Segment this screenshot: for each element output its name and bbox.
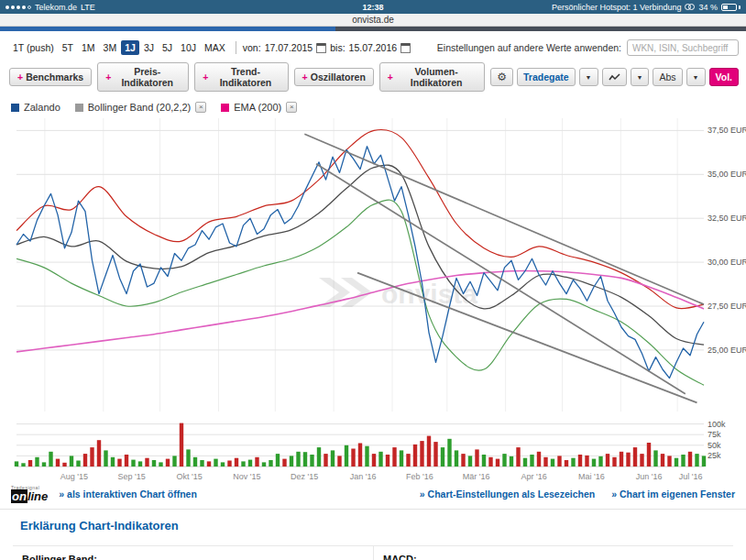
open-chart-window-link[interactable]: » Chart im eigenen Fenster	[611, 489, 735, 500]
price-axis-label: 37,50 EUR	[708, 126, 746, 135]
bollinger-upper-line	[16, 129, 704, 308]
apply-settings-group: Einstellungen auf andere Werte anwenden:	[437, 39, 739, 56]
indicator-toolbar: +Benchmarks+Preis-Indikatoren+Trend-Indi…	[0, 59, 746, 95]
range-button-3m[interactable]: 3M	[100, 40, 121, 55]
chevron-down-icon: ▼	[693, 74, 699, 81]
add-benchmarks-button[interactable]: +Benchmarks	[9, 68, 92, 86]
bis-label: bis:	[330, 42, 345, 53]
time-range-group: 1T (push)5T1M3M1J3J5J10JMAX	[9, 40, 229, 55]
add-oszillatoren-button[interactable]: +Oszillatoren	[294, 68, 374, 86]
page-load-progress	[0, 27, 746, 31]
bollinger-lower-line	[16, 200, 704, 385]
plus-icon: +	[203, 71, 208, 82]
month-axis-label: Feb '16	[406, 472, 433, 481]
chevron-down-icon: ▼	[586, 74, 592, 81]
month-axis-label: Jul '16	[679, 472, 703, 481]
range-button-1t-push[interactable]: 1T (push)	[9, 40, 58, 55]
range-button-3j[interactable]: 3J	[140, 40, 158, 55]
volume-axis-label: 25k	[708, 451, 721, 460]
von-label: von:	[243, 42, 261, 53]
plus-icon: +	[302, 71, 308, 82]
month-axis-label: Apr '16	[521, 472, 546, 481]
remove-indicator-button[interactable]: ×	[195, 102, 206, 113]
bollinger-explanation-label: Bollinger Band:	[13, 545, 373, 560]
add-preis-indikatoren-button[interactable]: +Preis-Indikatoren	[97, 62, 189, 92]
month-axis-label: Mär '16	[463, 472, 490, 481]
explanation-panel: Bollinger Band: MACD:	[13, 545, 733, 560]
range-button-1j[interactable]: 1J	[121, 40, 139, 55]
chart-type-dropdown-button[interactable]: ▼	[631, 68, 650, 86]
price-axis-label: 30,00 EUR	[708, 258, 746, 267]
open-interactive-chart-link[interactable]: » als interaktiven Chart öffnen	[59, 489, 197, 500]
volume-axis-label: 75k	[708, 430, 721, 439]
month-axis-label: Aug '15	[60, 472, 88, 481]
legend-item-ema-200: EMA (200)×	[221, 102, 297, 113]
volume-axis-label: 50k	[708, 441, 721, 450]
range-button-5j[interactable]: 5J	[159, 40, 176, 55]
bookmark-settings-link[interactable]: » Chart-Einstellungen als Lesezeichen	[420, 489, 595, 500]
legend-swatch	[221, 104, 229, 112]
legend-swatch	[11, 104, 19, 112]
battery-icon	[721, 4, 737, 11]
indicator-button-label: Trend-Indikatoren	[211, 66, 280, 88]
logo-on: on	[11, 489, 27, 503]
exchange-select-button[interactable]: Tradegate	[517, 68, 576, 86]
add-trend-indikatoren-button[interactable]: +Trend-Indikatoren	[194, 62, 288, 92]
ios-status-bar: Telekom.de LTE 12:38 Persönlicher Hotspo…	[0, 0, 746, 14]
scale-dropdown-button[interactable]: ▼	[686, 68, 706, 86]
hotspot-status-label: Persönlicher Hotspot: 1 Verbindung	[552, 3, 682, 12]
volume-toggle-button[interactable]: Vol.	[709, 68, 739, 86]
chart-display-controls: ⚙ Tradegate ▼ ▼ Abs ▼ Vol.	[490, 68, 739, 86]
legend-item-zalando: Zalando	[11, 102, 60, 113]
chevron-down-icon: ▼	[637, 74, 643, 81]
legend-label: Zalando	[24, 102, 60, 113]
carrier-label: Telekom.de	[35, 3, 77, 12]
indicator-explanation-section: Erklärung Chart-Indikatoren Bollinger Ba…	[0, 509, 746, 560]
month-axis-label: Sep '15	[118, 472, 146, 481]
range-button-10j[interactable]: 10J	[177, 40, 200, 55]
tradesignal-logo: Tradesignal online	[11, 486, 48, 502]
chart-settings-button[interactable]: ⚙	[490, 68, 513, 86]
clock-label: 12:38	[362, 3, 383, 12]
stock-chart: 37,50 EUR35,00 EUR32,50 EUR30,00 EUR27,5…	[0, 116, 746, 485]
bis-date-value[interactable]: 15.07.2016	[349, 42, 398, 53]
remove-indicator-button[interactable]: ×	[286, 102, 297, 113]
month-axis-label: Dez '15	[291, 472, 318, 481]
legend-item-bollinger-band-20-2-2: Bollinger Band (20,2,2)×	[75, 102, 207, 113]
price-axis-label: 32,50 EUR	[708, 214, 746, 223]
calendar-icon[interactable]	[316, 43, 326, 53]
chart-type-button[interactable]	[602, 68, 627, 86]
line-chart-icon	[609, 72, 620, 82]
plus-icon: +	[105, 71, 111, 82]
url-label: onvista.de	[352, 15, 394, 25]
month-axis-label: Okt '15	[176, 472, 202, 481]
indicator-button-label: Benchmarks	[26, 71, 83, 82]
price-axis-label: 35,00 EUR	[708, 170, 746, 179]
browser-address-bar[interactable]: onvista.de	[0, 14, 746, 27]
range-button-max[interactable]: MAX	[201, 40, 229, 55]
month-axis-label: Jan '16	[350, 472, 377, 481]
exchange-dropdown-button[interactable]: ▼	[579, 68, 598, 86]
month-axis-label: Nov '15	[233, 472, 260, 481]
apply-settings-label: Einstellungen auf andere Werte anwenden:	[437, 42, 621, 53]
von-date-value[interactable]: 17.07.2015	[265, 42, 313, 53]
range-button-5t[interactable]: 5T	[59, 40, 77, 55]
range-button-1m[interactable]: 1M	[78, 40, 99, 55]
date-range-group: von: 17.07.2015 bis: 15.07.2016	[243, 42, 411, 53]
calendar-icon[interactable]	[400, 43, 411, 53]
price-volume-chart-svg: 37,50 EUR35,00 EUR32,50 EUR30,00 EUR27,5…	[0, 116, 746, 485]
price-axis-label: 25,00 EUR	[708, 346, 746, 355]
indicator-button-label: Volumen-Indikatoren	[396, 66, 477, 88]
scale-mode-button[interactable]: Abs	[653, 68, 682, 86]
legend-label: EMA (200)	[234, 102, 281, 113]
section-heading: Erklärung Chart-Indikatoren	[20, 519, 733, 533]
plus-icon: +	[388, 71, 393, 82]
battery-percent-label: 34 %	[698, 3, 718, 12]
progress-fill	[0, 27, 335, 31]
add-volumen-indikatoren-button[interactable]: +Volumen-Indikatoren	[379, 62, 485, 92]
chart-toolbar: 1T (push)5T1M3M1J3J5J10JMAX von: 17.07.2…	[0, 31, 746, 59]
plus-icon: +	[17, 71, 23, 82]
network-type-label: LTE	[81, 3, 95, 12]
ema-200-line	[16, 271, 704, 352]
instrument-search-input[interactable]	[627, 39, 739, 56]
